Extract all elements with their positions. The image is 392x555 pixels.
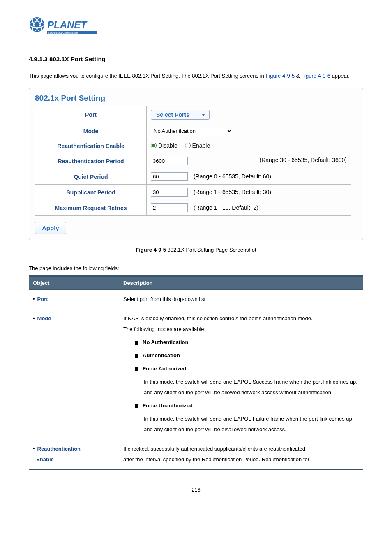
mode-select[interactable]: No Authentication xyxy=(151,127,233,135)
mode-auth: Authentication xyxy=(143,352,180,358)
quiet-period-input[interactable] xyxy=(151,172,188,181)
quiet-period-label: Quiet Period xyxy=(35,169,147,185)
mode-force-auth: Force Authorized xyxy=(143,365,186,372)
table-row: •Reauthentication • Enable If checked, s… xyxy=(29,439,363,470)
supplicant-period-input[interactable] xyxy=(151,188,188,197)
apply-button[interactable]: Apply xyxy=(35,222,66,234)
reauth-enable-label: Reauthentication Enable xyxy=(35,139,147,153)
reauth-enable-radio[interactable]: Enable xyxy=(185,142,210,149)
caption-rest: 802.1X Port Setting Page Screenshot xyxy=(166,247,256,253)
logo: PLANET Networking & Communication xyxy=(29,16,363,39)
description-table: Object Description •Port Select port fro… xyxy=(29,275,363,470)
fields-intro: The page includes the following fields: xyxy=(29,265,363,271)
figure-link-2: Figure 4-9-6 xyxy=(301,73,330,79)
square-bullet-icon xyxy=(135,404,138,408)
section-title: 4.9.1.3 802.1X Port Setting xyxy=(29,56,363,62)
square-bullet-icon xyxy=(135,341,138,345)
select-ports-button-label: Select Ports xyxy=(156,111,189,118)
intro-part1: This page allows you to configure the IE… xyxy=(29,73,265,79)
max-req-label: Maximum Request Retries xyxy=(35,200,147,216)
settings-table: Port Select Ports Mode No Authentication xyxy=(35,106,351,216)
port-label: Port xyxy=(35,106,147,123)
radio-unchecked-icon xyxy=(185,143,191,148)
mode-force-unauth-body: In this mode, the switch will send one E… xyxy=(123,414,359,435)
reauth-period-label: Reauthentication Period xyxy=(35,153,147,169)
disable-label: Disable xyxy=(158,142,178,149)
planet-logo-icon: PLANET Networking & Communication xyxy=(29,16,99,39)
table-row: •Port Select port from this drop-down li… xyxy=(29,290,363,309)
logo-tagline: Networking & Communication xyxy=(48,32,78,34)
mode-force-unauth: Force Unauthorized xyxy=(143,402,193,409)
obj-reauth: Reauthentication xyxy=(37,446,81,452)
caption-bold: Figure 4-9-5 xyxy=(136,247,166,253)
obj-mode: Mode xyxy=(37,315,51,321)
table-row: •Mode If NAS is globally enabled, this s… xyxy=(29,309,363,439)
intro-amp: & xyxy=(295,73,301,79)
mode-label: Mode xyxy=(35,123,147,139)
enable-label: Enable xyxy=(192,142,210,149)
description-header: Description xyxy=(119,276,363,290)
radio-checked-icon xyxy=(151,143,157,148)
svg-text:PLANET: PLANET xyxy=(47,19,88,30)
intro-text: This page allows you to configure the IE… xyxy=(29,71,363,81)
reauth-disable-radio[interactable]: Disable xyxy=(151,142,178,149)
reauth-period-input[interactable] xyxy=(151,157,188,165)
port-setting-panel: 802.1x Port Setting Port Select Ports Mo… xyxy=(29,88,363,240)
desc-reauth2: after the interval specified by the Reau… xyxy=(123,454,359,465)
mode-no-auth: No Authentication xyxy=(143,339,188,345)
panel-title: 802.1x Port Setting xyxy=(29,92,363,106)
reauth-period-range: (Range 30 - 65535, Default: 3600) xyxy=(260,157,347,163)
obj-reauth2: Enable xyxy=(36,456,54,462)
figure-caption: Figure 4-9-5 802.1X Port Setting Page Sc… xyxy=(29,247,363,253)
intro-part2: appear. xyxy=(332,73,350,79)
square-bullet-icon xyxy=(135,354,138,358)
max-req-range: (Range 1 - 10, Default: 2) xyxy=(194,204,258,211)
figure-link-1: Figure 4-9-5 xyxy=(265,73,295,79)
max-req-input[interactable] xyxy=(151,204,188,212)
square-bullet-icon xyxy=(135,367,138,371)
supplicant-period-range: (Range 1 - 65535, Default: 30) xyxy=(194,189,271,195)
quiet-period-range: (Range 0 - 65535, Default: 60) xyxy=(194,173,271,180)
select-ports-button[interactable]: Select Ports xyxy=(151,110,210,120)
mode-intro1: If NAS is globally enabled, this selecti… xyxy=(123,313,359,324)
page-number: 216 xyxy=(29,487,363,493)
desc-reauth1: If checked, successfully authenticated s… xyxy=(123,444,359,454)
desc-port: Select port from this drop-down list xyxy=(119,290,363,309)
mode-force-auth-body: In this mode, the switch will send one E… xyxy=(123,377,359,398)
supplicant-period-label: Supplicant Period xyxy=(35,185,147,200)
object-header: Object xyxy=(29,276,119,290)
chevron-down-icon xyxy=(202,114,205,116)
obj-port: Port xyxy=(37,296,48,302)
mode-intro2: The following modes are available: xyxy=(123,324,359,335)
